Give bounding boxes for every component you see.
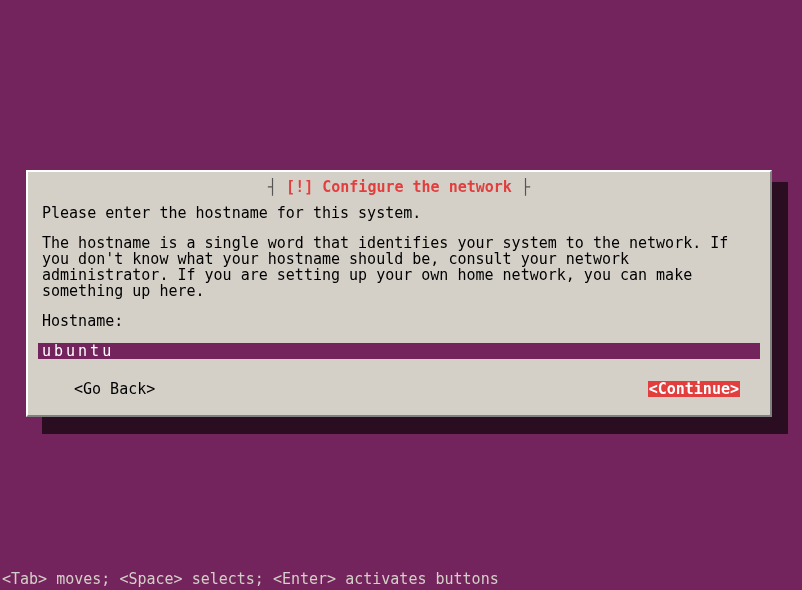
- dialog-description: The hostname is a single word that ident…: [38, 221, 760, 299]
- hostname-label: Hostname:: [38, 299, 760, 329]
- continue-button[interactable]: <Continue>: [648, 381, 740, 397]
- go-back-button[interactable]: <Go Back>: [74, 381, 155, 397]
- hostname-input-row: ubuntu__________________________________…: [38, 343, 760, 359]
- help-bar: <Tab> moves; <Space> selects; <Enter> ac…: [2, 571, 499, 587]
- text-cursor: _: [114, 343, 126, 359]
- title-border-left: ┤: [268, 178, 286, 196]
- dialog-button-row: <Go Back> <Continue>: [38, 359, 760, 405]
- dialog-title: [!] Configure the network: [286, 178, 512, 196]
- input-fill: ________________________________________…: [126, 343, 760, 359]
- hostname-value: ubuntu: [42, 343, 114, 359]
- configure-network-dialog: ┤ [!] Configure the network ├ Please ent…: [26, 170, 772, 417]
- dialog-title-row: ┤ [!] Configure the network ├: [38, 179, 760, 195]
- hostname-input[interactable]: ubuntu__________________________________…: [38, 343, 760, 359]
- title-border-right: ├: [512, 178, 530, 196]
- dialog-prompt: Please enter the hostname for this syste…: [38, 199, 760, 221]
